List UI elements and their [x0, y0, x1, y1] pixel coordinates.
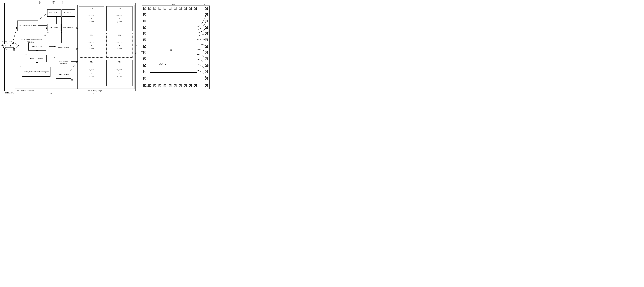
ref-15: 15 — [56, 41, 58, 43]
svg-line-48 — [59, 41, 61, 42]
label-75d: 75d — [118, 34, 121, 36]
svg-marker-17 — [76, 48, 78, 50]
ref-30: 30 — [71, 79, 73, 81]
ref-12: 12 — [20, 66, 22, 68]
svg-marker-21 — [54, 46, 56, 48]
ref-80-inner: 80 — [170, 49, 172, 51]
read-program-controller-box: Read/ Program Controller — [56, 58, 71, 67]
ref-100: 100 — [140, 51, 143, 53]
ref-102p: 102' — [206, 31, 210, 33]
ref-103-bottom: 103 — [206, 65, 210, 67]
address-decoder-box: Address Decoder — [56, 43, 71, 53]
ref-80: 80 — [50, 92, 52, 95]
mem-array-75f: 75f m6 rowsxn6 bytes — [106, 60, 132, 86]
mem-array-75b: 75b m2 rowsxn2 bytes — [106, 6, 132, 31]
mem-array-75e: 75e m5 rowsxn5 bytes — [79, 60, 104, 86]
ref-79: 79 — [135, 52, 137, 55]
ref-19p: 19' — [46, 32, 49, 34]
flash-die-label: 10 Flash Die — [5, 92, 14, 94]
control-status-box: Control, Status and Capability Registers — [22, 67, 50, 77]
ref-13: 13 — [25, 53, 27, 56]
ref-90: 90 — [13, 49, 15, 51]
address-buffers-box: Address Buffers — [28, 43, 46, 51]
label-75a: 75a — [90, 7, 92, 10]
label-75b: 75b — [118, 7, 121, 10]
address-incrementor-box: Address Incrementor — [27, 55, 46, 62]
ref-103-top: 103 — [172, 4, 175, 6]
diagram-container: Communication Link (Bus) 90 Bus serializ… — [0, 0, 216, 96]
mem-array-75c: 75c m3 rowsxn3 bytes — [79, 33, 104, 58]
ref-17: 17 — [39, 1, 41, 3]
ref-70: 70 — [93, 92, 95, 95]
ref-82: 82 — [200, 38, 202, 41]
label-75c: 75c — [90, 34, 92, 36]
svg-marker-15 — [76, 27, 78, 29]
ref-14: 14 — [27, 41, 29, 43]
output-buffer-box: Output Buffer — [47, 10, 61, 17]
comm-link-label: Communication Link (Bus) — [0, 40, 13, 47]
input-buffer-box: Input Buffer — [47, 24, 61, 31]
main-die-label: Main Die — [144, 85, 151, 88]
die-diagram-svg — [142, 6, 210, 89]
ref-19: 19 — [60, 32, 62, 34]
label-75f: 75f — [118, 61, 120, 63]
ref-102: 102 — [203, 4, 206, 6]
ref-18p: 18' — [52, 1, 54, 3]
ref-16: 16 — [44, 34, 46, 37]
ref-77: 77 — [135, 45, 137, 47]
flash-memory-arrays-label: Flash Memory Arrays — [87, 90, 102, 92]
ref-20: 20 — [53, 57, 55, 59]
read-buffer-box: Read Buffer — [62, 10, 75, 17]
ref-18: 18 — [62, 0, 64, 3]
flash-interface-controller-label: Flash Interface Controller — [16, 90, 34, 92]
svg-marker-19 — [76, 61, 78, 63]
flash-die-inner-label: Flash Die — [159, 63, 166, 66]
program-buffer-box: Program Buffer — [62, 24, 75, 31]
mem-array-75d: 75d m4 rowsxn4 bytes — [106, 33, 132, 58]
label-75e: 75e — [90, 61, 92, 63]
mem-array-75a: 75a m1 rowsxn1 bytes — [79, 6, 104, 31]
ref-82p: 82' — [203, 44, 205, 46]
timing-generator-box: Timing Generator — [56, 71, 71, 79]
bus-serializer-box: Bus serializer /de-serializer — [17, 21, 38, 31]
